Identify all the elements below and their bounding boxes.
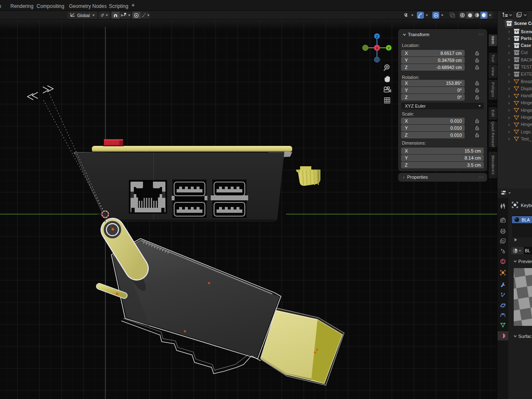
- svg-text:Y: Y: [387, 46, 390, 50]
- svg-text:X: X: [376, 46, 378, 50]
- svg-text:Z: Z: [376, 34, 378, 39]
